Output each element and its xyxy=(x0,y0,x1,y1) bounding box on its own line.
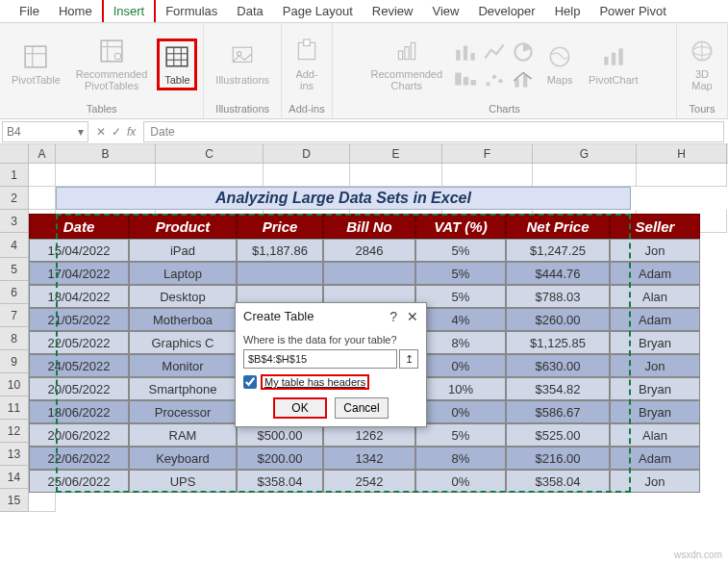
tab-file[interactable]: File xyxy=(10,0,49,22)
table-cell[interactable]: Keyboard xyxy=(129,447,237,470)
pie-chart-icon[interactable] xyxy=(510,38,537,65)
table-row[interactable]: 25/06/2022UPS$358.0425420%$358.04Jon xyxy=(29,470,700,493)
table-cell[interactable]: 17/04/2022 xyxy=(29,262,129,285)
table-cell[interactable]: Jon xyxy=(610,470,700,493)
col-seller[interactable]: Seller xyxy=(610,214,700,239)
table-cell[interactable]: 5% xyxy=(415,423,506,447)
table-cell[interactable]: 1342 xyxy=(323,447,415,470)
accept-formula-icon[interactable]: ✓ xyxy=(112,125,121,139)
headers-checkbox[interactable] xyxy=(243,375,257,389)
col-header-a[interactable]: A xyxy=(29,144,56,163)
hierarchy-chart-icon[interactable] xyxy=(452,65,479,92)
table-cell[interactable]: 20/05/2022 xyxy=(29,377,129,400)
table-cell[interactable]: $260.00 xyxy=(506,308,610,331)
table-row[interactable]: 15/04/2022iPad$1,187.8628465%$1,247.25Jo… xyxy=(29,239,700,262)
tab-review[interactable]: Review xyxy=(363,0,423,22)
table-cell[interactable]: $586.67 xyxy=(506,400,610,423)
line-chart-icon[interactable] xyxy=(481,38,508,65)
row-header[interactable]: 10 xyxy=(0,373,29,396)
table-cell[interactable]: Alan xyxy=(610,423,700,447)
col-header-f[interactable]: F xyxy=(442,144,533,163)
dialog-help-button[interactable]: ? xyxy=(389,309,397,324)
col-billno[interactable]: Bill No xyxy=(323,214,415,239)
col-header-c[interactable]: C xyxy=(156,144,264,163)
tab-data[interactable]: Data xyxy=(227,0,272,22)
dialog-titlebar[interactable]: Create Table ? ✕ xyxy=(236,303,426,330)
row-header[interactable]: 12 xyxy=(0,420,29,443)
formula-input[interactable]: Date xyxy=(143,121,724,142)
table-cell[interactable]: $444.76 xyxy=(506,262,610,285)
table-cell[interactable]: 24/05/2022 xyxy=(29,354,129,377)
table-cell[interactable]: 5% xyxy=(415,239,506,262)
col-product[interactable]: Product xyxy=(129,214,237,239)
column-chart-icon[interactable] xyxy=(452,38,479,65)
table-cell[interactable]: iPad xyxy=(129,239,237,262)
table-cell[interactable]: 10% xyxy=(415,377,506,400)
table-cell[interactable]: $216.00 xyxy=(506,447,610,470)
select-all-corner[interactable] xyxy=(0,144,29,163)
table-cell[interactable]: Alan xyxy=(610,285,700,308)
tab-formulas[interactable]: Formulas xyxy=(156,0,227,22)
table-cell[interactable]: Adam xyxy=(610,308,700,331)
table-cell[interactable]: 5% xyxy=(415,285,506,308)
col-header-b[interactable]: B xyxy=(56,144,156,163)
table-cell[interactable]: 0% xyxy=(415,470,506,493)
table-cell[interactable]: Adam xyxy=(610,447,700,470)
table-cell[interactable]: Bryan xyxy=(610,377,700,400)
tab-insert[interactable]: Insert xyxy=(102,0,157,22)
pivotchart-button[interactable]: PivotChart xyxy=(583,41,643,88)
dialog-close-button[interactable]: ✕ xyxy=(407,309,418,324)
table-cell[interactable]: Motherboa xyxy=(129,308,237,331)
row-header[interactable]: 3 xyxy=(0,210,29,233)
3d-map-button[interactable]: 3D Map xyxy=(683,36,721,93)
table-cell[interactable]: UPS xyxy=(129,470,237,493)
table-cell[interactable] xyxy=(237,262,323,285)
table-cell[interactable]: Desktop xyxy=(129,285,237,308)
table-cell[interactable]: 18/04/2022 xyxy=(29,285,129,308)
addins-button[interactable]: Add- ins xyxy=(288,36,326,93)
table-cell[interactable]: Adam xyxy=(610,262,700,285)
table-cell[interactable]: 21/05/2022 xyxy=(29,308,129,331)
row-header[interactable]: 9 xyxy=(0,350,29,373)
row-header[interactable]: 7 xyxy=(0,304,29,327)
table-cell[interactable]: $1,187.86 xyxy=(237,239,323,262)
tab-home[interactable]: Home xyxy=(49,0,102,22)
row-header[interactable]: 1 xyxy=(0,164,29,187)
table-cell[interactable]: 2846 xyxy=(323,239,415,262)
table-button[interactable]: Table xyxy=(157,38,197,90)
tab-developer[interactable]: Developer xyxy=(468,0,544,22)
table-cell[interactable]: $358.04 xyxy=(237,470,323,493)
cancel-formula-icon[interactable]: ✕ xyxy=(96,125,106,139)
col-header-h[interactable]: H xyxy=(637,144,727,163)
table-cell[interactable]: $630.00 xyxy=(506,354,610,377)
table-cell[interactable]: $788.03 xyxy=(506,285,610,308)
tab-view[interactable]: View xyxy=(422,0,468,22)
scatter-chart-icon[interactable] xyxy=(481,65,508,92)
table-cell[interactable]: Laptop xyxy=(129,262,237,285)
col-header-d[interactable]: D xyxy=(264,144,350,163)
table-cell[interactable]: 22/06/2022 xyxy=(29,447,129,470)
row-header[interactable]: 8 xyxy=(0,327,29,350)
tab-help[interactable]: Help xyxy=(545,0,590,22)
table-cell[interactable]: 4% xyxy=(415,308,506,331)
maps-button[interactable]: Maps xyxy=(540,41,579,88)
row-header[interactable]: 15 xyxy=(0,489,29,512)
table-cell[interactable]: 8% xyxy=(415,447,506,470)
table-cell[interactable] xyxy=(323,262,415,285)
range-picker-button[interactable]: ↥ xyxy=(399,349,418,369)
col-netprice[interactable]: Net Price xyxy=(506,214,610,239)
table-cell[interactable]: 15/04/2022 xyxy=(29,239,129,262)
table-cell[interactable]: 22/05/2022 xyxy=(29,331,129,354)
recommended-pivottables-button[interactable]: Recommended PivotTables xyxy=(70,36,154,93)
headers-checkbox-label[interactable]: My table has headers xyxy=(261,374,369,390)
col-vat[interactable]: VAT (%) xyxy=(415,214,506,239)
range-input[interactable] xyxy=(243,349,397,369)
illustrations-button[interactable]: Illustrations xyxy=(210,41,275,88)
table-row[interactable]: 22/06/2022Keyboard$200.0013428%$216.00Ad… xyxy=(29,447,700,470)
recommended-charts-button[interactable]: Recommended Charts xyxy=(365,36,449,93)
cancel-button[interactable]: Cancel xyxy=(335,397,389,419)
table-cell[interactable]: Jon xyxy=(610,239,700,262)
table-cell[interactable]: $358.04 xyxy=(506,470,610,493)
table-cell[interactable]: 2542 xyxy=(323,470,415,493)
table-cell[interactable]: 25/06/2022 xyxy=(29,470,129,493)
